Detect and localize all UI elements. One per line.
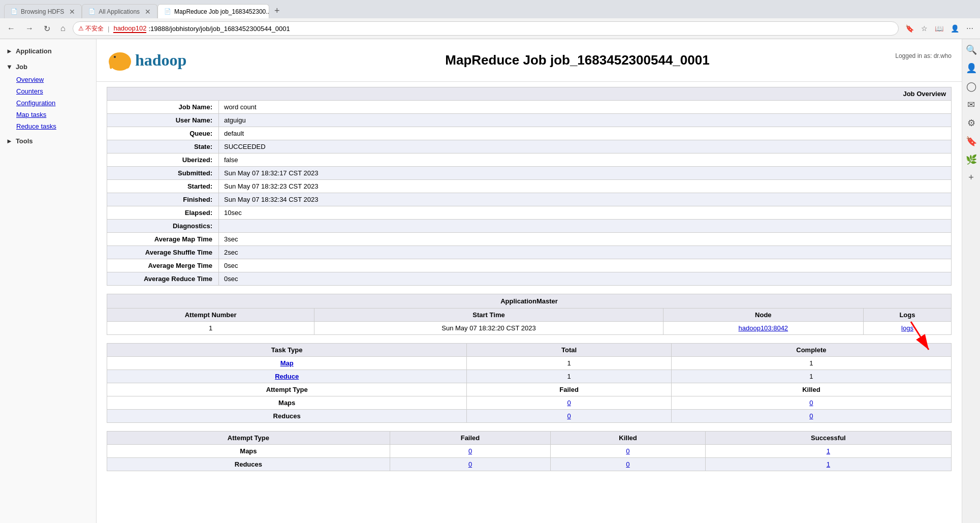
title-area: MapReduce Job job_1683452300544_0001 Log… bbox=[193, 52, 962, 68]
sidebar-application-arrow: ► bbox=[6, 47, 13, 55]
att-maps-killed-link[interactable]: 0 bbox=[626, 447, 629, 455]
home-button[interactable]: ⌂ bbox=[57, 23, 69, 34]
tab-icon-3: 📄 bbox=[164, 8, 171, 15]
back-button[interactable]: ← bbox=[4, 23, 18, 34]
browser-chrome: 📄 Browsing HDFS ✕ 📄 All Applications ✕ 📄… bbox=[0, 0, 980, 39]
circle-sidebar-icon[interactable]: ◯ bbox=[966, 81, 976, 92]
sidebar-link-map-tasks[interactable]: Map tasks bbox=[10, 109, 96, 120]
am-node-link[interactable]: hadoop103:8042 bbox=[739, 324, 788, 332]
row-value-username: atguigu bbox=[219, 114, 952, 127]
search-sidebar-icon[interactable]: 🔍 bbox=[966, 44, 977, 55]
att-maps-failed-link[interactable]: 0 bbox=[468, 447, 472, 455]
tab-all-applications[interactable]: 📄 All Applications ✕ bbox=[82, 4, 157, 18]
row-label-avg-merge: Average Merge Time bbox=[107, 259, 219, 272]
task-row-map-type: Map bbox=[107, 357, 467, 370]
reduce-link[interactable]: Reduce bbox=[275, 373, 299, 380]
attempt-col-type: Attempt Type bbox=[107, 383, 467, 396]
plus-sidebar-icon[interactable]: + bbox=[968, 172, 974, 183]
sidebar-link-configuration[interactable]: Configuration bbox=[10, 97, 96, 109]
row-label-elapsed: Elapsed: bbox=[107, 206, 219, 220]
row-value-uberized: false bbox=[219, 153, 952, 167]
browser-right-panel: 🔍 👤 ◯ ✉ ⚙ 🔖 🌿 + bbox=[962, 39, 980, 523]
content-wrapper: Job Overview Job Name: word count User N… bbox=[97, 82, 962, 484]
sidebar-link-reduce-tasks[interactable]: Reduce tasks bbox=[10, 120, 96, 132]
row-label-submitted: Submitted: bbox=[107, 167, 219, 180]
sidebar-tools-label: Tools bbox=[16, 137, 33, 145]
am-logs-link[interactable]: logs bbox=[901, 324, 913, 332]
attempt-row-reduces-killed: 0 bbox=[671, 410, 951, 423]
row-label-username: User Name: bbox=[107, 114, 219, 127]
att-col-killed: Killed bbox=[551, 432, 706, 445]
tab-browsing-hdfs[interactable]: 📄 Browsing HDFS ✕ bbox=[4, 4, 82, 18]
row-value-avg-map: 3sec bbox=[219, 233, 952, 246]
sidebar-link-overview[interactable]: Overview bbox=[10, 74, 96, 85]
favorites-button[interactable]: ☆ bbox=[919, 23, 930, 34]
top-header: hadoop MapReduce Job job_1683452300544_0… bbox=[97, 39, 962, 82]
bookmark-sidebar-icon[interactable]: 🔖 bbox=[966, 136, 977, 147]
reduces-failed-link[interactable]: 0 bbox=[567, 412, 571, 420]
sidebar-tools-heading[interactable]: ► Tools bbox=[0, 134, 96, 148]
att-maps-successful: 1 bbox=[705, 445, 951, 458]
am-row-node: hadoop103:8042 bbox=[663, 322, 863, 335]
row-value-avg-reduce: 0sec bbox=[219, 272, 952, 286]
attempt-summary-table: Attempt Type Failed Killed Successful Ma… bbox=[107, 431, 952, 471]
row-label-started: Started: bbox=[107, 180, 219, 193]
row-value-finished: Sun May 07 18:32:34 CST 2023 bbox=[219, 193, 952, 206]
sidebar-section-application: ► Application bbox=[0, 44, 96, 58]
att-reduces-killed-link[interactable]: 0 bbox=[626, 460, 629, 468]
job-overview-title: Job Overview bbox=[107, 87, 952, 101]
reader-mode-button[interactable]: 🔖 bbox=[903, 23, 916, 34]
task-row-reduce-total: 1 bbox=[467, 370, 671, 383]
sidebar-job-heading[interactable]: ▼ Job bbox=[0, 60, 96, 74]
att-maps-successful-link[interactable]: 1 bbox=[827, 447, 830, 455]
menu-button[interactable]: ⋯ bbox=[964, 23, 976, 34]
row-value-queue: default bbox=[219, 127, 952, 140]
svg-point-2 bbox=[113, 59, 119, 70]
tab-close-2[interactable]: ✕ bbox=[145, 8, 151, 16]
sidebar-section-job: ▼ Job Overview Counters Configuration Ma… bbox=[0, 60, 96, 132]
maps-killed-link[interactable]: 0 bbox=[809, 399, 813, 407]
map-link[interactable]: Map bbox=[280, 359, 294, 367]
reduces-killed-link[interactable]: 0 bbox=[809, 412, 813, 420]
attempt-row-maps-failed: 0 bbox=[467, 396, 671, 410]
row-value-avg-merge: 0sec bbox=[219, 259, 952, 272]
tab-close-1[interactable]: ✕ bbox=[69, 8, 75, 16]
sidebar-application-heading[interactable]: ► Application bbox=[0, 44, 96, 58]
green-icon[interactable]: 🌿 bbox=[966, 154, 977, 165]
att-reduces-type: Reduces bbox=[107, 458, 390, 471]
url-rest-part: :19888/jobhistory/job/job_1683452300544_… bbox=[148, 25, 290, 33]
sidebar-link-counters[interactable]: Counters bbox=[10, 85, 96, 97]
attempt-row-reduces-type: Reduces bbox=[107, 410, 467, 423]
svg-point-3 bbox=[114, 56, 116, 58]
refresh-button[interactable]: ↻ bbox=[41, 23, 53, 35]
row-label-avg-map: Average Map Time bbox=[107, 233, 219, 246]
sidebar-job-arrow: ▼ bbox=[6, 63, 13, 71]
att-col-failed: Failed bbox=[390, 432, 550, 445]
main-area: hadoop MapReduce Job job_1683452300544_0… bbox=[97, 39, 962, 523]
profile-button[interactable]: 👤 bbox=[948, 23, 962, 34]
att-maps-failed: 0 bbox=[390, 445, 550, 458]
sidebar-tools-arrow: ► bbox=[6, 137, 13, 145]
task-col-type: Task Type bbox=[107, 344, 467, 357]
row-label-uberized: Uberized: bbox=[107, 153, 219, 167]
logo-area: hadoop bbox=[97, 42, 193, 78]
collections-button[interactable]: 📖 bbox=[932, 23, 946, 34]
tab-mapreduce-job[interactable]: 📄 MapReduce Job job_1683452300... ✕ bbox=[157, 4, 269, 18]
sidebar-job-links: Overview Counters Configuration Map task… bbox=[0, 74, 96, 132]
person-sidebar-icon[interactable]: 👤 bbox=[966, 63, 977, 74]
att-reduces-failed-link[interactable]: 0 bbox=[468, 460, 472, 468]
forward-button[interactable]: → bbox=[22, 23, 37, 34]
am-col-node: Node bbox=[663, 309, 863, 322]
att-col-type: Attempt Type bbox=[107, 432, 390, 445]
task-row-reduce-complete: 1 bbox=[671, 370, 951, 383]
tab-icon-2: 📄 bbox=[88, 8, 96, 15]
att-col-successful: Successful bbox=[705, 432, 951, 445]
tab-label-3: MapReduce Job job_1683452300... bbox=[174, 8, 269, 15]
row-label-finished: Finished: bbox=[107, 193, 219, 206]
puzzle-sidebar-icon[interactable]: ⚙ bbox=[967, 117, 975, 129]
outlook-sidebar-icon[interactable]: ✉ bbox=[967, 99, 975, 110]
url-warning-part: hadoop102 bbox=[113, 24, 146, 33]
maps-failed-link[interactable]: 0 bbox=[567, 399, 571, 407]
new-tab-button[interactable]: + bbox=[269, 4, 285, 18]
att-reduces-successful-link[interactable]: 1 bbox=[827, 460, 830, 468]
